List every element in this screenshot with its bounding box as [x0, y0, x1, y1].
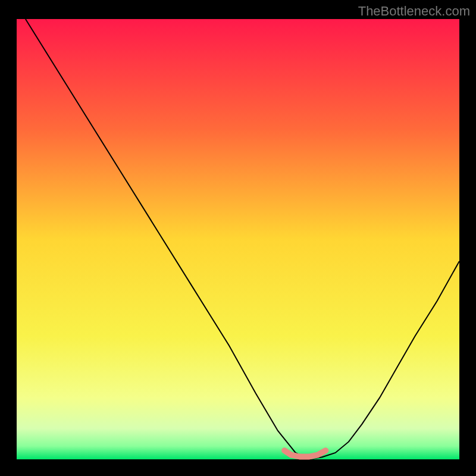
frame-left — [0, 19, 17, 459]
frame-right — [459, 19, 476, 459]
watermark-text: TheBottleneck.com — [358, 4, 470, 19]
chart-svg — [0, 0, 476, 476]
plot-background — [17, 19, 459, 459]
frame-bottom — [0, 459, 476, 476]
chart-container: TheBottleneck.com — [0, 0, 476, 476]
